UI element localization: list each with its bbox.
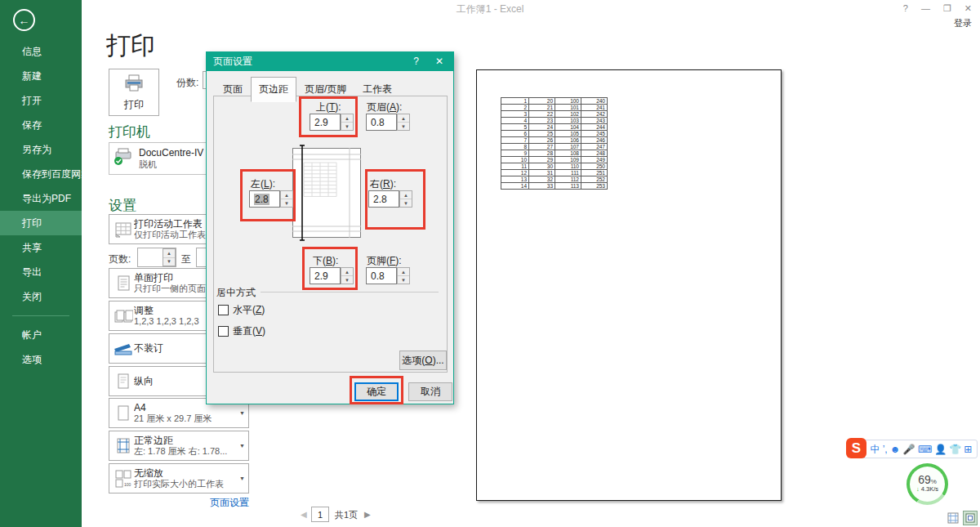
preview-table-row: 524104244 — [501, 124, 608, 131]
header-margin-field[interactable]: 0.8 ▲▼ — [366, 114, 410, 131]
sidebar-item-account[interactable]: 帐户 — [0, 323, 82, 347]
sidebar-item-new[interactable]: 新建 — [0, 64, 82, 88]
preview-table-row: 928108248 — [501, 150, 608, 157]
preview-table-row: 1029109249 — [501, 157, 608, 163]
preview-table-row: 322102242 — [501, 111, 608, 118]
center-horizontal-label: 水平(Z) — [233, 303, 265, 317]
sidebar-item-print[interactable]: 打印 — [0, 211, 82, 235]
sidebar-item-export-pdf[interactable]: 导出为PDF — [0, 186, 82, 211]
setting-margins[interactable]: 正常边距 左: 1.78 厘米 右: 1.78... ▼ — [109, 431, 249, 461]
sogou-input-toolbar: 中 ’, ☻ 🎤 ⌨ 👤 👕 ⊞ — [858, 440, 978, 458]
caret-down-icon: ▼ — [237, 443, 245, 449]
caret-down-icon: ▼ — [237, 410, 245, 416]
signin-link[interactable]: 登录 — [954, 17, 972, 29]
collated-pages-icon — [113, 308, 134, 324]
print-button[interactable]: 打印 — [109, 69, 159, 116]
single-side-page-icon — [113, 275, 134, 293]
footer-margin-field[interactable]: 0.8 ▲▼ — [366, 267, 410, 284]
setting-title: 无缩放 — [134, 467, 237, 479]
sidebar-item-info[interactable]: 信息 — [0, 39, 82, 64]
cancel-button[interactable]: 取消 — [408, 382, 452, 401]
printer-device-icon — [113, 147, 134, 170]
network-speed-widget[interactable]: 69% ↓ 4.3K/s — [906, 463, 948, 505]
footer-margin-input[interactable]: 0.8 — [366, 267, 397, 284]
sidebar-item-open[interactable]: 打开 — [0, 88, 82, 113]
checkbox-icon[interactable] — [218, 326, 229, 337]
preview-table-row: 120100240 — [501, 98, 608, 105]
restore-icon[interactable]: ❐ — [943, 3, 951, 14]
prev-page-icon[interactable]: ◀ — [301, 510, 307, 519]
page-title: 打印 — [106, 29, 155, 63]
center-vertical-label: 垂直(V) — [233, 324, 265, 338]
sogou-logo-icon[interactable]: S — [846, 438, 866, 458]
pages-from-input[interactable]: ▲▼ — [137, 248, 176, 267]
highlight-box-ok-button — [350, 376, 403, 404]
sidebar-item-save-baidu[interactable]: 保存到百度网盘 — [0, 162, 82, 186]
sheet-grid-icon — [113, 221, 134, 238]
punctuation-icon[interactable]: ’, — [883, 444, 888, 454]
preview-table-row: 423103243 — [501, 118, 608, 124]
preview-table-row: 1130110250 — [501, 163, 608, 170]
highlight-box-left-margin — [240, 169, 296, 221]
options-button[interactable]: 选项(O)... — [399, 351, 447, 370]
page-setup-link[interactable]: 页面设置 — [109, 496, 249, 510]
preview-table-row: 625105245 — [501, 131, 608, 137]
preview-table: 1201002402211012413221022424231032435241… — [501, 97, 608, 190]
caret-down-icon: ▼ — [237, 476, 245, 481]
help-icon[interactable]: ? — [903, 3, 908, 14]
tab-page[interactable]: 页面 — [215, 78, 251, 101]
page-number-input[interactable]: 1 — [311, 507, 329, 522]
show-margins-icon — [947, 512, 959, 524]
sidebar-item-export[interactable]: 导出 — [0, 260, 82, 284]
back-button[interactable]: ← — [13, 9, 35, 31]
checkbox-icon[interactable] — [218, 305, 229, 315]
preview-table-row: 1332112252 — [501, 176, 608, 183]
no-scale-pages-icon: 100 — [113, 469, 134, 489]
dialog-help-icon[interactable]: ? — [413, 52, 419, 71]
sidebar-item-saveas[interactable]: 另存为 — [0, 137, 82, 162]
profile-icon[interactable]: 👤 — [934, 444, 947, 454]
chinese-mode-icon[interactable]: 中 — [871, 444, 880, 454]
microphone-icon[interactable]: 🎤 — [903, 444, 915, 454]
keyboard-icon[interactable]: ⌨ — [918, 444, 932, 454]
page-total-label: 共1页 — [335, 509, 358, 521]
sidebar-item-close[interactable]: 关闭 — [0, 284, 82, 309]
show-margins-button[interactable] — [947, 511, 960, 525]
center-vertical-option[interactable]: 垂直(V) — [218, 324, 265, 338]
sidebar-item-options[interactable]: 选项 — [0, 347, 82, 372]
footer-margin-spinner[interactable]: ▲▼ — [397, 267, 410, 284]
header-margin-input[interactable]: 0.8 — [366, 114, 397, 131]
toolbox-icon[interactable]: ⊞ — [964, 444, 972, 454]
next-page-icon[interactable]: ▶ — [364, 510, 371, 519]
setting-scaling[interactable]: 100 无缩放 打印实际大小的工作表 ▼ — [109, 463, 249, 494]
preview-corner-buttons — [947, 511, 977, 525]
emoji-icon[interactable]: ☻ — [890, 444, 901, 454]
close-icon[interactable]: ✕ — [964, 3, 972, 14]
printer-heading: 打印机 — [109, 123, 150, 141]
speed-percent: 69% — [918, 474, 937, 485]
sidebar-item-share[interactable]: 共享 — [0, 235, 82, 260]
printer-name: DocuCentre-IV 3 — [139, 147, 212, 159]
skin-icon[interactable]: 👕 — [949, 444, 961, 454]
header-margin-spinner[interactable]: ▲▼ — [397, 114, 410, 131]
tab-sheet[interactable]: 工作表 — [354, 78, 400, 101]
back-icon: ← — [19, 15, 30, 26]
dialog-close-icon[interactable]: ✕ — [435, 52, 443, 71]
group-divider — [261, 292, 439, 293]
a4-page-icon — [113, 404, 134, 422]
preview-table-row: 827107247 — [501, 144, 608, 150]
printer-status: 脱机 — [139, 159, 212, 171]
sidebar-divider — [12, 315, 69, 316]
zoom-to-page-icon — [965, 513, 975, 523]
minimize-icon[interactable]: — — [921, 3, 930, 14]
preview-table-row: 1433113253 — [501, 183, 608, 190]
down-arrow-icon: ↓ — [916, 485, 920, 493]
sidebar-item-save[interactable]: 保存 — [0, 113, 82, 137]
tab-margins[interactable]: 页边距 — [251, 77, 296, 102]
pages-label: 页数: — [109, 252, 131, 266]
highlight-box-top-margin — [299, 96, 358, 137]
center-horizontal-option[interactable]: 水平(Z) — [218, 303, 265, 317]
pages-from-spinner[interactable]: ▲▼ — [163, 248, 176, 266]
copies-label: 份数: — [176, 76, 198, 90]
zoom-to-page-button[interactable] — [964, 511, 977, 525]
